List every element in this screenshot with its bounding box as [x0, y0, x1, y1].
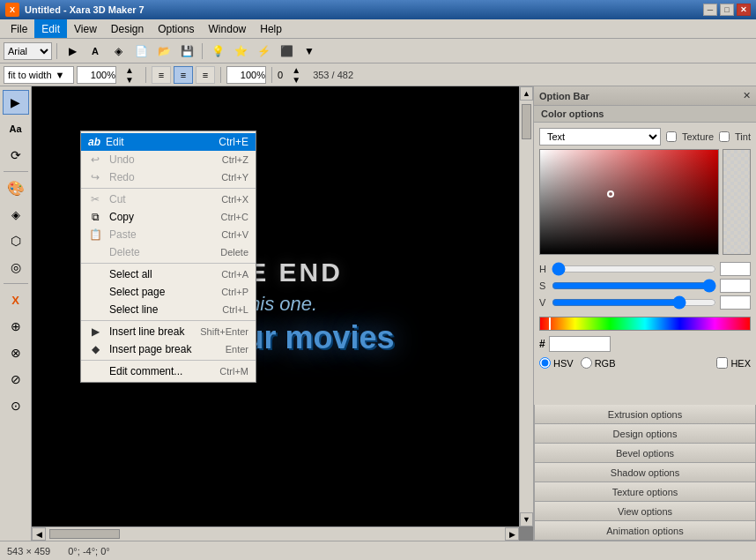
ctx-header: ab Edit Ctrl+E [81, 133, 256, 151]
hsv-radio-group[interactable]: HSV [539, 357, 574, 369]
ctx-select-line[interactable]: Select line Ctrl+L [81, 301, 256, 318]
val-slider[interactable] [552, 295, 716, 310]
extrusion-options-btn[interactable]: Extrusion options [534, 405, 756, 424]
tool-select[interactable]: ▶ [3, 90, 29, 115]
h-scroll-thumb[interactable] [49, 529, 120, 539]
val-value[interactable] [720, 295, 751, 310]
rgb-radio[interactable] [581, 357, 592, 369]
ctx-header-icon: ab [88, 136, 100, 148]
tool-xara[interactable]: X [3, 287, 29, 312]
fit-dropdown[interactable]: fit to width ▼ [4, 66, 74, 84]
tool-btn-shapes[interactable]: ◈ [107, 41, 129, 61]
ctx-select-page[interactable]: Select page Ctrl+P [81, 283, 256, 301]
hue-slider[interactable] [552, 262, 716, 276]
zoom-input2[interactable] [226, 66, 266, 84]
menu-view[interactable]: View [67, 19, 104, 38]
ctx-insert-linebreak[interactable]: ▶ Insert line break Shift+Enter [81, 323, 256, 340]
scroll-down-btn[interactable]: ▼ [520, 512, 533, 526]
color-gradient-picker[interactable] [539, 149, 719, 255]
h-scrollbar[interactable]: ◀ ▶ [32, 526, 519, 541]
tool-effect2[interactable]: ⊗ [3, 340, 29, 365]
ctx-paste[interactable]: 📋 Paste Ctrl+V [81, 226, 256, 243]
maximize-button[interactable]: □ [720, 4, 734, 16]
shadow-options-btn[interactable]: Shadow options [534, 463, 756, 482]
ctx-redo[interactable]: ↪ Redo Ctrl+Y [81, 168, 256, 186]
tool-btn-star[interactable]: ⭐ [230, 41, 251, 61]
ctx-copy[interactable]: ⧉ Copy Ctrl+C [81, 208, 256, 226]
ctx-edit-comment[interactable]: Edit comment... Ctrl+M [81, 362, 256, 380]
tool-rotate[interactable]: ⟳ [3, 143, 29, 168]
tool-light[interactable]: ◎ [3, 255, 29, 280]
tool-btn-screen[interactable]: ⬛ [276, 41, 297, 61]
ctx-linebreak-label: Insert line break [109, 325, 184, 338]
tool-effect4[interactable]: ⊙ [3, 393, 29, 418]
ctx-undo-shortcut: Ctrl+Z [222, 154, 248, 165]
design-options-btn[interactable]: Design options [534, 424, 756, 444]
panel-close-btn[interactable]: ✕ [743, 90, 751, 101]
value-up-btn[interactable]: ▲▼ [285, 65, 307, 85]
hex-checkbox[interactable] [716, 357, 728, 369]
tint-checkbox[interactable] [719, 131, 730, 142]
right-panel: Option Bar ✕ Color options Text Texture … [533, 86, 756, 541]
tool-effect1[interactable]: ⊕ [3, 314, 29, 339]
ctx-undo[interactable]: ↩ Undo Ctrl+Z [81, 151, 256, 168]
align-left-btn[interactable]: ≡ [152, 66, 171, 84]
ctx-selectall-shortcut: Ctrl+A [221, 269, 248, 280]
ctx-delete[interactable]: Delete Delete [81, 243, 256, 261]
color-text-dropdown[interactable]: Text [539, 128, 661, 146]
v-scrollbar[interactable]: ▲ ▼ [519, 86, 533, 526]
texture-checkbox[interactable] [666, 131, 677, 142]
hex-radio-group[interactable]: HEX [716, 357, 751, 369]
zoom-up-btn[interactable]: ▲▼ [119, 65, 140, 85]
font-selector[interactable]: Arial [4, 42, 52, 60]
ctx-sep3 [81, 320, 256, 321]
ctx-insert-pagebreak[interactable]: ◆ Insert page break Enter [81, 340, 256, 358]
scroll-left-btn[interactable]: ◀ [32, 527, 46, 541]
align-right-btn[interactable]: ≡ [196, 66, 215, 84]
zoom-input[interactable] [77, 66, 116, 84]
texture-options-btn[interactable]: Texture options [534, 482, 756, 502]
tool-btn-selector[interactable]: ▶ [62, 41, 83, 61]
tool-btn-save[interactable]: 💾 [176, 41, 197, 61]
scroll-right-btn[interactable]: ▶ [505, 527, 519, 541]
tool-color[interactable]: 🎨 [3, 175, 29, 200]
bevel-options-btn[interactable]: Bevel options [534, 444, 756, 463]
view-options-btn[interactable]: View options [534, 502, 756, 521]
tool-text[interactable]: Aa [3, 116, 29, 141]
sat-slider[interactable] [552, 279, 716, 293]
color-picker-area[interactable] [539, 149, 751, 255]
ctx-select-all[interactable]: Select all Ctrl+A [81, 265, 256, 283]
canvas-area[interactable]: THE END ...his one. for your movies ▲ ▼ … [32, 86, 533, 541]
hue-value[interactable] [720, 262, 751, 276]
tool-effect3[interactable]: ⊘ [3, 367, 29, 392]
hsv-radio[interactable] [539, 357, 551, 369]
scroll-up-btn[interactable]: ▲ [520, 86, 533, 101]
tool-btn-text[interactable]: A [85, 41, 106, 61]
tool-btn-cursor[interactable]: ⚡ [253, 41, 274, 61]
menu-window[interactable]: Window [202, 19, 254, 38]
tool-btn-open[interactable]: 📂 [153, 41, 174, 61]
menu-bar: File Edit View Design Options Window Hel… [0, 19, 756, 39]
tool-extrude[interactable]: ⬡ [3, 228, 29, 253]
ctx-cut[interactable]: ✂ Cut Ctrl+X [81, 190, 256, 208]
menu-file[interactable]: File [4, 19, 34, 38]
v-scroll-thumb[interactable] [522, 104, 531, 139]
animation-options-btn[interactable]: Animation options [534, 521, 756, 541]
hue-bar[interactable] [539, 317, 751, 331]
tool-3d[interactable]: ◈ [3, 202, 29, 227]
menu-options[interactable]: Options [151, 19, 201, 38]
minimize-button[interactable]: ─ [703, 4, 717, 16]
tool-btn-light[interactable]: 💡 [207, 41, 228, 61]
hex-input[interactable] [549, 336, 611, 352]
rgb-radio-group[interactable]: RGB [581, 357, 616, 369]
sat-value[interactable] [720, 279, 751, 293]
tool-btn-new[interactable]: 📄 [130, 41, 152, 61]
menu-edit[interactable]: Edit [34, 19, 67, 38]
close-button[interactable]: ✕ [737, 4, 751, 16]
tool-btn-dropdown[interactable]: ▼ [299, 41, 320, 61]
main-layout: ▶ Aa ⟳ 🎨 ◈ ⬡ ◎ X ⊕ ⊗ ⊘ ⊙ THE END ...his … [0, 86, 756, 541]
menu-help[interactable]: Help [253, 19, 289, 38]
menu-design[interactable]: Design [104, 19, 151, 38]
align-center-btn[interactable]: ≡ [174, 66, 193, 84]
ctx-undo-icon: ↩ [88, 153, 102, 166]
